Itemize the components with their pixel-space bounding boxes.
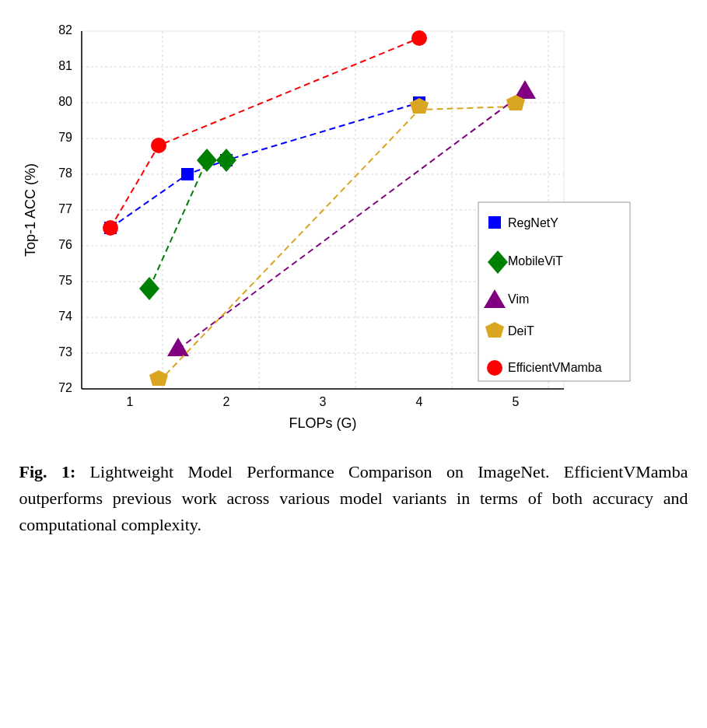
y-tick-72: 72 <box>58 381 72 394</box>
regnet-point-2 <box>181 168 194 180</box>
y-tick-81: 81 <box>58 59 72 72</box>
figure-text: Lightweight Model Performance Comparison… <box>19 462 688 534</box>
legend-efficientvmamba-label: EfficientVMamba <box>508 361 602 374</box>
y-tick-76: 76 <box>58 238 72 251</box>
y-tick-82: 82 <box>58 23 72 37</box>
figure-label: Fig. 1: <box>19 462 76 481</box>
y-tick-74: 74 <box>58 310 72 323</box>
chart-container: 72 73 74 75 76 77 78 79 80 81 82 1 2 3 4… <box>19 16 688 436</box>
x-tick-3: 3 <box>319 395 326 408</box>
legend-efficientvmamba-icon <box>487 360 502 376</box>
legend-vim-label: Vim <box>508 292 529 306</box>
performance-chart: 72 73 74 75 76 77 78 79 80 81 82 1 2 3 4… <box>19 16 688 436</box>
y-tick-75: 75 <box>58 274 72 287</box>
x-tick-2: 2 <box>222 395 229 408</box>
figure-caption: Fig. 1: Lightweight Model Performance Co… <box>19 459 688 538</box>
x-tick-1: 1 <box>126 395 133 408</box>
efficientvmamba-point-1 <box>103 220 118 236</box>
legend-deit-label: DeiT <box>508 324 534 338</box>
x-axis-label: FLOPs (G) <box>289 415 356 431</box>
efficientvmamba-point-2 <box>151 138 166 153</box>
y-tick-78: 78 <box>58 166 72 180</box>
y-tick-80: 80 <box>58 95 72 108</box>
y-tick-73: 73 <box>58 345 72 359</box>
x-tick-4: 4 <box>415 395 422 408</box>
efficientvmamba-point-3 <box>411 30 427 46</box>
legend-regnet-icon <box>488 216 501 229</box>
y-tick-79: 79 <box>58 131 72 144</box>
legend-regnet-label: RegNetY <box>508 216 558 229</box>
y-axis-label: Top-1 ACC (%) <box>23 163 38 257</box>
legend-mobilevit-label: MobileViT <box>508 254 563 268</box>
y-tick-77: 77 <box>58 202 72 215</box>
x-tick-5: 5 <box>512 395 519 408</box>
